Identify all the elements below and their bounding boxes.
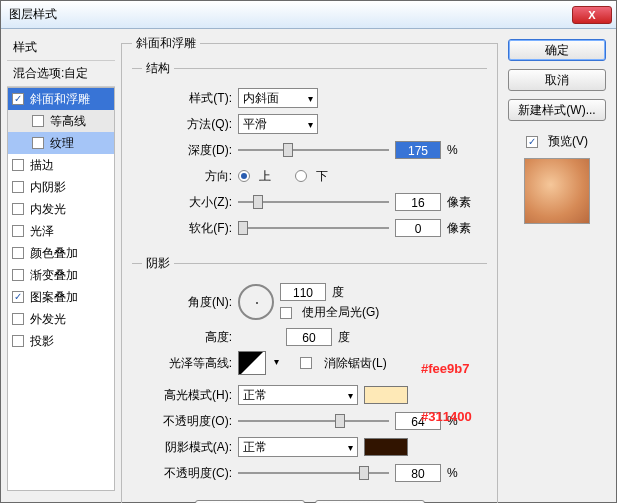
style-list: 斜面和浮雕等高线纹理描边内阴影内发光光泽颜色叠加渐变叠加图案叠加外发光投影	[7, 87, 115, 491]
style-label-innerShadow: 内阴影	[30, 179, 66, 196]
soften-input[interactable]: 0	[395, 219, 441, 237]
depth-slider[interactable]	[238, 141, 389, 159]
style-checkbox-pattOverlay[interactable]	[12, 291, 24, 303]
highlight-opacity-slider[interactable]	[238, 412, 389, 430]
soften-slider[interactable]	[238, 219, 389, 237]
shadow-opacity-input[interactable]: 80	[395, 464, 441, 482]
highlight-color-swatch[interactable]	[364, 386, 408, 404]
bevel-group: 斜面和浮雕 结构 样式(T): 内斜面 方法(Q): 平滑 深度(D): 175	[121, 35, 498, 503]
shadow-opacity-unit: %	[447, 466, 477, 480]
shading-title: 阴影	[142, 255, 174, 272]
angle-unit: 度	[332, 284, 344, 301]
annotation-shadow-hex: #311400	[421, 409, 472, 424]
shadow-color-swatch[interactable]	[364, 438, 408, 456]
style-checkbox-dropShadow[interactable]	[12, 335, 24, 347]
gloss-contour-picker[interactable]	[238, 351, 266, 375]
structure-title: 结构	[142, 60, 174, 77]
gloss-contour-label: 光泽等高线:	[142, 355, 232, 372]
style-checkbox-innerShadow[interactable]	[12, 181, 24, 193]
direction-up-label: 上	[259, 168, 271, 185]
shadow-opacity-slider[interactable]	[238, 464, 389, 482]
shadow-opacity-label: 不透明度(C):	[142, 465, 232, 482]
depth-input[interactable]: 175	[395, 141, 441, 159]
new-style-button[interactable]: 新建样式(W)...	[508, 99, 606, 121]
preview-thumbnail	[524, 158, 590, 224]
style-label-colorOverlay: 颜色叠加	[30, 245, 78, 262]
soften-unit: 像素	[447, 220, 477, 237]
style-label-gloss: 光泽	[30, 223, 54, 240]
global-light-checkbox[interactable]	[280, 307, 292, 319]
style-label-contour: 等高线	[50, 113, 86, 130]
window-title: 图层样式	[5, 6, 572, 23]
antialias-checkbox[interactable]	[300, 357, 312, 369]
style-item-innerShadow[interactable]: 内阴影	[8, 176, 114, 198]
style-item-bevel[interactable]: 斜面和浮雕	[8, 88, 114, 110]
style-label-texture: 纹理	[50, 135, 74, 152]
style-label-pattOverlay: 图案叠加	[30, 289, 78, 306]
technique-label: 方法(Q):	[142, 116, 232, 133]
angle-dial[interactable]	[238, 284, 274, 320]
style-item-colorOverlay[interactable]: 颜色叠加	[8, 242, 114, 264]
technique-select[interactable]: 平滑	[238, 114, 318, 134]
style-label-dropShadow: 投影	[30, 333, 54, 350]
highlight-mode-select[interactable]: 正常	[238, 385, 358, 405]
style-checkbox-texture[interactable]	[32, 137, 44, 149]
style-checkbox-gradOverlay[interactable]	[12, 269, 24, 281]
style-label: 样式(T):	[142, 90, 232, 107]
depth-unit: %	[447, 143, 477, 157]
ok-button[interactable]: 确定	[508, 39, 606, 61]
size-slider[interactable]	[238, 193, 389, 211]
highlight-opacity-label: 不透明度(O):	[142, 413, 232, 430]
bevel-group-title: 斜面和浮雕	[132, 35, 200, 52]
style-item-stroke[interactable]: 描边	[8, 154, 114, 176]
depth-label: 深度(D):	[142, 142, 232, 159]
annotation-highlight-hex: #fee9b7	[421, 361, 469, 376]
size-label: 大小(Z):	[142, 194, 232, 211]
style-item-texture[interactable]: 纹理	[8, 132, 114, 154]
antialias-label: 消除锯齿(L)	[324, 355, 387, 372]
style-checkbox-stroke[interactable]	[12, 159, 24, 171]
style-label-bevel: 斜面和浮雕	[30, 91, 90, 108]
direction-label: 方向:	[142, 168, 232, 185]
size-unit: 像素	[447, 194, 477, 211]
preview-checkbox[interactable]	[526, 136, 538, 148]
altitude-label: 高度:	[142, 329, 232, 346]
style-label-gradOverlay: 渐变叠加	[30, 267, 78, 284]
style-item-innerGlow[interactable]: 内发光	[8, 198, 114, 220]
style-checkbox-gloss[interactable]	[12, 225, 24, 237]
style-checkbox-innerGlow[interactable]	[12, 203, 24, 215]
style-item-outerGlow[interactable]: 外发光	[8, 308, 114, 330]
style-checkbox-outerGlow[interactable]	[12, 313, 24, 325]
direction-down-label: 下	[316, 168, 328, 185]
preview-label: 预览(V)	[548, 133, 588, 150]
titlebar: 图层样式 X	[1, 1, 616, 29]
direction-up-radio[interactable]	[238, 170, 250, 182]
global-light-label: 使用全局光(G)	[302, 304, 379, 321]
direction-down-radio[interactable]	[295, 170, 307, 182]
cancel-button[interactable]: 取消	[508, 69, 606, 91]
size-input[interactable]: 16	[395, 193, 441, 211]
style-checkbox-contour[interactable]	[32, 115, 44, 127]
style-item-gloss[interactable]: 光泽	[8, 220, 114, 242]
structure-group: 结构 样式(T): 内斜面 方法(Q): 平滑 深度(D): 175 %	[132, 60, 487, 249]
soften-label: 软化(F):	[142, 220, 232, 237]
highlight-mode-label: 高光模式(H):	[142, 387, 232, 404]
style-select[interactable]: 内斜面	[238, 88, 318, 108]
altitude-unit: 度	[338, 329, 350, 346]
style-item-dropShadow[interactable]: 投影	[8, 330, 114, 352]
style-item-contour[interactable]: 等高线	[8, 110, 114, 132]
style-label-innerGlow: 内发光	[30, 201, 66, 218]
style-item-pattOverlay[interactable]: 图案叠加	[8, 286, 114, 308]
shadow-mode-label: 阴影模式(A):	[142, 439, 232, 456]
style-label-stroke: 描边	[30, 157, 54, 174]
altitude-input[interactable]: 60	[286, 328, 332, 346]
close-button[interactable]: X	[572, 6, 612, 24]
style-checkbox-bevel[interactable]	[12, 93, 24, 105]
style-item-gradOverlay[interactable]: 渐变叠加	[8, 264, 114, 286]
blend-options-row[interactable]: 混合选项:自定	[7, 60, 115, 87]
style-label-outerGlow: 外发光	[30, 311, 66, 328]
shadow-mode-select[interactable]: 正常	[238, 437, 358, 457]
angle-input[interactable]: 110	[280, 283, 326, 301]
styles-heading: 样式	[7, 35, 115, 60]
style-checkbox-colorOverlay[interactable]	[12, 247, 24, 259]
